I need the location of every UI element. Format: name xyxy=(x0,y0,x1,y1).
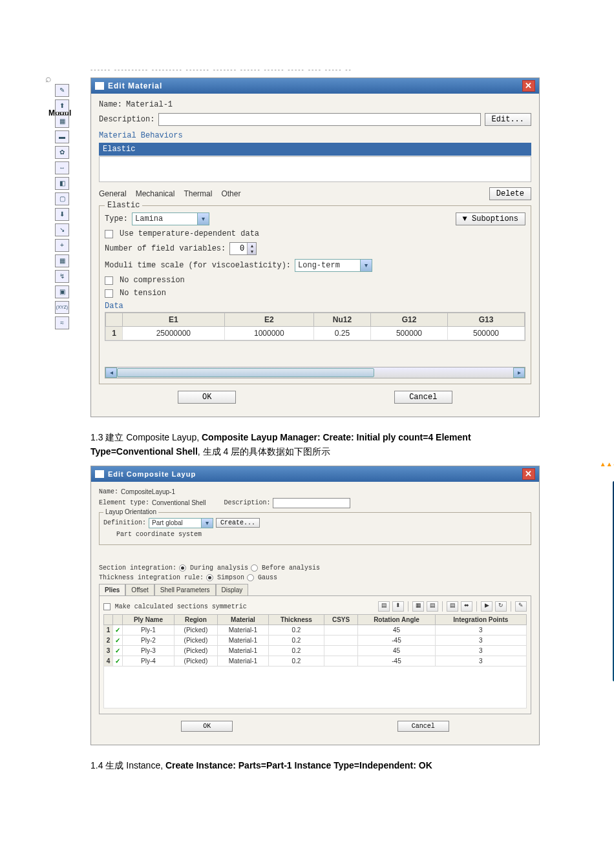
menu-general[interactable]: General xyxy=(99,189,127,198)
toolbar-icon[interactable]: ↻ xyxy=(495,601,507,612)
tool-icon[interactable]: ≈ xyxy=(55,316,69,329)
edit-button[interactable]: Edit... xyxy=(485,113,531,126)
tool-icon[interactable]: ↘ xyxy=(55,223,69,236)
tool-icon[interactable]: ✿ xyxy=(55,146,69,159)
fieldvar-spinner[interactable]: ▴▾ xyxy=(229,242,257,255)
cell[interactable]: 3 xyxy=(435,635,526,645)
cancel-button[interactable]: Cancel xyxy=(394,391,452,404)
tool-icon[interactable]: ↯ xyxy=(55,270,69,283)
cancel-button[interactable]: Cancel xyxy=(397,721,449,732)
menu-mechanical[interactable]: Mechanical xyxy=(136,189,175,198)
tool-icon[interactable]: ✎ xyxy=(55,84,69,97)
toolbar-icon[interactable]: ▤ xyxy=(427,601,438,612)
ply-table[interactable]: Ply Name Region Material Thickness CSYS … xyxy=(103,614,527,666)
scroll-left-icon[interactable]: ◂ xyxy=(105,367,117,378)
cell[interactable]: Ply-3 xyxy=(123,645,175,656)
cell[interactable]: Ply-4 xyxy=(123,656,175,666)
behavior-list[interactable] xyxy=(99,156,531,182)
tool-icon[interactable]: ↔ xyxy=(55,161,69,174)
cell[interactable]: Material-1 xyxy=(217,625,268,635)
ok-button[interactable]: OK xyxy=(181,721,233,732)
chk-notens[interactable] xyxy=(105,289,113,298)
tool-icon[interactable]: ▢ xyxy=(55,192,69,205)
cell[interactable]: -45 xyxy=(358,656,435,666)
cell[interactable]: (Picked) xyxy=(174,645,217,656)
cell[interactable]: Ply-1 xyxy=(123,625,175,635)
cell[interactable]: 3 xyxy=(435,645,526,656)
row-check-icon[interactable]: ✓ xyxy=(113,625,123,635)
desc-input[interactable] xyxy=(273,498,350,508)
tool-xyz[interactable]: (XYZ) xyxy=(55,301,69,314)
data-grid[interactable]: E1 E2 Nu12 G12 G13 1 25000000 1000000 0.… xyxy=(105,312,525,341)
create-button[interactable]: Create... xyxy=(216,518,260,528)
row-check-icon[interactable]: ✓ xyxy=(113,635,123,645)
menu-other[interactable]: Other xyxy=(221,189,240,198)
cell[interactable]: 500000 xyxy=(447,327,524,340)
radio-simpson[interactable] xyxy=(206,574,213,581)
toolbar-icon[interactable]: ▶ xyxy=(481,601,492,612)
cell[interactable]: Material-1 xyxy=(217,656,268,666)
tool-icon[interactable]: ◧ xyxy=(55,177,69,190)
type-dropdown[interactable]: Lamina ▾ xyxy=(132,212,209,225)
toolbar-icon[interactable]: ▤ xyxy=(447,601,458,612)
cell[interactable]: Material-1 xyxy=(217,645,268,656)
cell[interactable]: 1000000 xyxy=(224,327,313,340)
scroll-thumb[interactable] xyxy=(117,368,374,377)
radio-before[interactable] xyxy=(251,564,258,572)
chk-nocomp[interactable] xyxy=(105,276,113,285)
cell[interactable]: 25000000 xyxy=(123,327,225,340)
tool-icon[interactable]: ▬ xyxy=(55,130,69,143)
cell[interactable]: -45 xyxy=(358,635,435,645)
toolbar-icon[interactable]: ✎ xyxy=(515,601,527,612)
cell[interactable] xyxy=(324,635,358,645)
fieldvar-input[interactable] xyxy=(230,243,247,254)
definition-dropdown[interactable]: Part global ▾ xyxy=(149,518,213,528)
cell[interactable]: (Picked) xyxy=(174,656,217,666)
tab-display[interactable]: Display xyxy=(216,584,249,595)
h-scrollbar[interactable]: ◂ ▸ xyxy=(105,367,525,378)
menu-thermal[interactable]: Thermal xyxy=(184,189,212,198)
scroll-right-icon[interactable]: ▸ xyxy=(513,367,525,378)
cell[interactable]: Material-1 xyxy=(217,635,268,645)
cell[interactable] xyxy=(324,645,358,656)
toolbar-icon[interactable]: ▦ xyxy=(412,601,424,612)
toolbar-icon[interactable]: ⬌ xyxy=(461,601,472,612)
cell[interactable]: (Picked) xyxy=(174,635,217,645)
cell[interactable]: 500000 xyxy=(370,327,447,340)
cell[interactable]: Ply-2 xyxy=(123,635,175,645)
spinner-arrows[interactable]: ▴▾ xyxy=(247,243,256,254)
cell[interactable] xyxy=(324,625,358,635)
tool-icon[interactable]: ▦ xyxy=(55,115,69,128)
cell[interactable]: 0.2 xyxy=(268,656,324,666)
cell[interactable]: 3 xyxy=(435,656,526,666)
tab-offset[interactable]: Offset xyxy=(125,584,154,595)
toolbar-icon[interactable]: ▤ xyxy=(378,601,390,612)
toolbar-icon[interactable]: ⬍ xyxy=(392,601,404,612)
tool-icon[interactable]: ⬇ xyxy=(55,208,69,221)
desc-input[interactable] xyxy=(158,113,480,126)
cell[interactable]: 45 xyxy=(358,645,435,656)
cell[interactable]: 0.2 xyxy=(268,625,324,635)
cell[interactable]: 3 xyxy=(435,625,526,635)
chk-tempdep[interactable] xyxy=(105,230,113,238)
tab-shellparams[interactable]: Shell Parameters xyxy=(154,584,216,595)
suboptions-button[interactable]: ▼ Suboptions xyxy=(456,212,525,225)
behavior-selected[interactable]: Elastic xyxy=(99,143,531,156)
cell[interactable]: 45 xyxy=(358,625,435,635)
row-check-icon[interactable]: ✓ xyxy=(113,656,123,666)
close-icon[interactable]: ✕ xyxy=(522,468,535,480)
cell[interactable]: (Picked) xyxy=(174,625,217,635)
cell[interactable] xyxy=(324,656,358,666)
chk-symmetric[interactable] xyxy=(103,603,111,610)
tool-icon[interactable]: ⬆ xyxy=(55,99,69,112)
ok-button[interactable]: OK xyxy=(178,391,236,404)
radio-gauss[interactable] xyxy=(247,574,254,581)
cell[interactable]: 0.2 xyxy=(268,645,324,656)
close-icon[interactable]: ✕ xyxy=(522,80,535,92)
radio-during[interactable] xyxy=(179,564,186,572)
cell[interactable]: 0.2 xyxy=(268,635,324,645)
moduli-dropdown[interactable]: Long-term ▾ xyxy=(295,259,372,272)
delete-button[interactable]: Delete xyxy=(489,187,531,200)
tool-icon[interactable]: + xyxy=(55,239,69,252)
row-check-icon[interactable]: ✓ xyxy=(113,645,123,656)
